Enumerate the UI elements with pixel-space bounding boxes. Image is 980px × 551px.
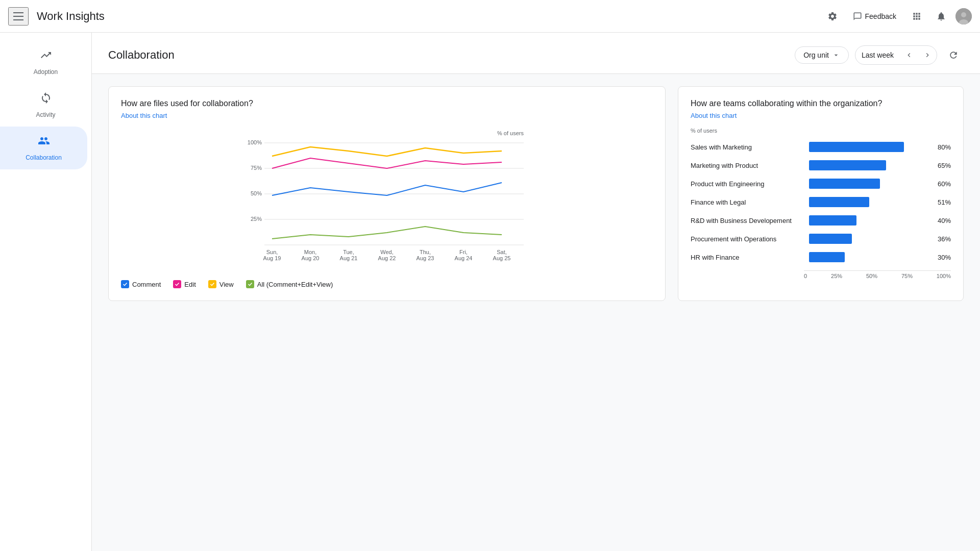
line-chart-container: % of users 100% 75% 50% 25% [121, 128, 653, 272]
comment-checkbox[interactable] [121, 280, 129, 288]
sidebar-item-collaboration[interactable]: Collaboration [0, 127, 87, 169]
feedback-button[interactable]: Feedback [847, 9, 902, 24]
header: Work Insights Feedback [0, 0, 980, 33]
svg-text:Sun,: Sun, [266, 249, 278, 255]
bar-row: Product with Engineering60% [691, 179, 951, 189]
svg-text:Aug 19: Aug 19 [263, 255, 281, 261]
bar-fill [809, 215, 856, 226]
all-checkbox[interactable] [246, 280, 254, 288]
svg-text:Thu,: Thu, [420, 249, 431, 255]
bar-x-labels: 0 25% 50% 75% 100% [804, 273, 951, 279]
cards-area: How are files used for collaboration? Ab… [92, 74, 980, 313]
bar-track [809, 252, 927, 262]
header-right: Feedback [822, 6, 972, 27]
main-layout: Adoption Activity Collaboration Collabor… [0, 33, 980, 551]
bar-label: Procurement with Operations [691, 235, 803, 243]
bar-pct-label: 30% [938, 254, 951, 261]
svg-point-1 [961, 12, 966, 17]
bar-fill [809, 197, 869, 207]
sidebar-item-adoption[interactable]: Adoption [0, 41, 91, 84]
refresh-button[interactable] [943, 45, 964, 65]
header-left: Work Insights [8, 7, 105, 26]
chart1-legend: Comment Edit View [121, 280, 653, 288]
bar-fill [809, 234, 852, 244]
org-unit-button[interactable]: Org unit [795, 46, 849, 64]
bar-row: HR with Finance30% [691, 252, 951, 262]
notifications-button[interactable] [931, 6, 951, 27]
bar-pct-label: 40% [938, 217, 951, 224]
org-unit-label: Org unit [803, 51, 829, 59]
bar-track [809, 179, 927, 189]
svg-text:Aug 21: Aug 21 [340, 255, 358, 261]
legend-edit: Edit [173, 280, 195, 288]
page-controls: Org unit Last week [795, 45, 964, 65]
bar-fill [809, 160, 886, 170]
x-label-50: 50% [866, 273, 877, 279]
line-chart: % of users 100% 75% 50% 25% [121, 128, 653, 270]
x-label-75: 75% [901, 273, 913, 279]
settings-button[interactable] [822, 6, 843, 27]
bar-label: R&D with Business Developement [691, 217, 803, 224]
chevron-down-icon [832, 51, 840, 59]
bar-row: Procurement with Operations36% [691, 234, 951, 244]
file-collaboration-card: How are files used for collaboration? Ab… [108, 86, 666, 301]
sidebar: Adoption Activity Collaboration [0, 33, 92, 551]
apps-button[interactable] [906, 6, 927, 27]
bar-track [809, 215, 927, 226]
bar-chart: Sales with Marketing80%Marketing with Pr… [691, 142, 951, 262]
chart2-about-link[interactable]: About this chart [691, 112, 737, 119]
page-title: Collaboration [108, 48, 175, 62]
legend-comment: Comment [121, 280, 161, 288]
bar-track [809, 142, 927, 152]
bar-fill [809, 142, 904, 152]
sidebar-item-activity[interactable]: Activity [0, 84, 91, 127]
avatar[interactable] [955, 8, 972, 24]
edit-checkbox[interactable] [173, 280, 181, 288]
bar-label: Sales with Marketing [691, 143, 803, 151]
svg-text:Aug 25: Aug 25 [493, 255, 511, 261]
bar-fill [809, 252, 845, 262]
svg-text:% of users: % of users [497, 130, 524, 136]
legend-view: View [208, 280, 234, 288]
svg-text:75%: 75% [251, 165, 262, 171]
page-header: Collaboration Org unit Last week [92, 33, 980, 74]
date-label: Last week [855, 47, 900, 63]
prev-date-button[interactable] [900, 46, 918, 64]
gear-icon [827, 11, 838, 21]
chart2-y-label: % of users [691, 128, 951, 134]
x-label-25: 25% [831, 273, 842, 279]
adoption-label: Adoption [34, 68, 58, 76]
svg-text:25%: 25% [251, 216, 262, 222]
view-checkbox[interactable] [208, 280, 216, 288]
chart1-about-link[interactable]: About this chart [121, 112, 167, 119]
chart1-title: How are files used for collaboration? [121, 99, 653, 108]
bar-label: Product with Engineering [691, 180, 803, 188]
hamburger-menu[interactable] [8, 7, 29, 26]
activity-label: Activity [36, 111, 55, 118]
avatar-image [955, 8, 972, 24]
bar-row: Sales with Marketing80% [691, 142, 951, 152]
collaboration-label: Collaboration [26, 154, 62, 161]
bar-pct-label: 60% [938, 180, 951, 188]
chevron-right-icon [923, 51, 932, 59]
svg-text:Tue,: Tue, [343, 249, 354, 255]
svg-text:Aug 23: Aug 23 [416, 255, 434, 261]
main-content: Collaboration Org unit Last week [92, 33, 980, 551]
svg-text:Aug 22: Aug 22 [378, 255, 396, 261]
bar-row: R&D with Business Developement40% [691, 215, 951, 226]
collaboration-icon [38, 135, 50, 150]
feedback-label: Feedback [865, 12, 896, 20]
svg-text:50%: 50% [251, 190, 262, 196]
legend-edit-label: Edit [184, 281, 195, 288]
next-date-button[interactable] [918, 46, 937, 64]
svg-text:Aug 20: Aug 20 [302, 255, 320, 261]
bar-label: Marketing with Product [691, 162, 803, 169]
legend-comment-label: Comment [132, 281, 161, 288]
svg-text:Aug 24: Aug 24 [455, 255, 473, 261]
chevron-left-icon [905, 51, 913, 59]
bar-label: Finance with Legal [691, 198, 803, 206]
bar-track [809, 197, 927, 207]
bar-track [809, 234, 927, 244]
date-navigation: Last week [855, 45, 937, 65]
legend-all: All (Comment+Edit+View) [246, 280, 333, 288]
